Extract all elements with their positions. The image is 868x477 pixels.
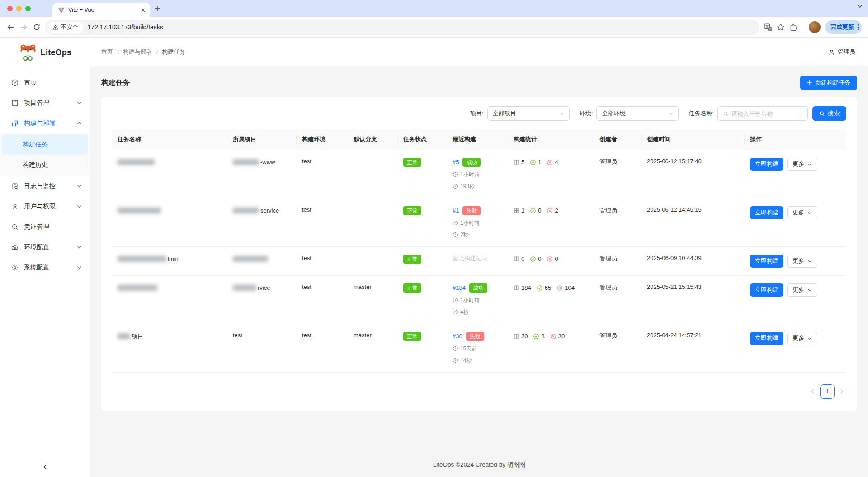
- builds-total-icon: [514, 256, 519, 262]
- build-now-button[interactable]: 立即构建: [750, 255, 783, 268]
- tab-search-chevron-icon[interactable]: [857, 5, 863, 8]
- page-title: 构建任务: [101, 78, 130, 88]
- breadcrumb-build-deploy[interactable]: 构建与部署: [123, 48, 152, 56]
- forward-button[interactable]: [19, 23, 28, 32]
- more-button[interactable]: 更多: [787, 255, 817, 268]
- timer-icon: [453, 184, 458, 189]
- project-name: rvice: [258, 284, 270, 291]
- new-tab-button[interactable]: [155, 5, 161, 12]
- env-select[interactable]: 全部环境: [596, 106, 679, 121]
- build-now-button[interactable]: 立即构建: [750, 332, 783, 345]
- address-bar[interactable]: 不安全 172.17.103.173/build/tasks: [45, 20, 760, 35]
- build-result-badge: 失败: [462, 206, 481, 215]
- builds-fail: 0: [555, 255, 558, 262]
- sidebar-collapse-button[interactable]: [42, 464, 48, 470]
- sidebar-item-credentials[interactable]: 凭证管理: [0, 217, 90, 237]
- env-filter-label: 环境:: [580, 109, 593, 118]
- warning-icon: [52, 24, 58, 30]
- more-button[interactable]: 更多: [787, 332, 817, 345]
- app-logo[interactable]: LiteOps: [0, 38, 90, 66]
- sidebar-item-build-deploy[interactable]: 构建与部署: [0, 113, 90, 133]
- tab-close-icon[interactable]: [141, 8, 146, 13]
- build-number-link[interactable]: #5: [453, 159, 459, 165]
- builds-total-icon: [514, 285, 519, 291]
- close-window-button[interactable]: [7, 6, 13, 11]
- redacted-task-name: [118, 256, 166, 262]
- build-number-link[interactable]: #184: [453, 284, 466, 291]
- new-build-task-button[interactable]: 新建构建任务: [800, 76, 857, 90]
- timer-icon: [453, 309, 458, 315]
- chevron-down-icon: [77, 205, 82, 208]
- created-at: 2025-04-24 14:57:21: [647, 332, 702, 339]
- more-button[interactable]: 更多: [787, 283, 817, 297]
- builds-total: 0: [521, 255, 524, 262]
- clock-icon: [453, 220, 458, 226]
- build-env: test: [302, 283, 311, 290]
- sidebar-item-environments[interactable]: 环境配置: [0, 237, 90, 257]
- table-row: service test 正常 #1 失败 1小时前 2秒: [112, 198, 846, 246]
- log-search-icon: [11, 183, 19, 190]
- build-number-link[interactable]: #1: [453, 207, 459, 214]
- profile-avatar[interactable]: [809, 21, 821, 33]
- search-button[interactable]: 搜索: [812, 106, 846, 121]
- chevron-up-icon: [77, 122, 82, 125]
- more-label: 更多: [793, 286, 804, 294]
- bookmark-star-icon[interactable]: [777, 23, 785, 31]
- redacted-project-name: [233, 285, 256, 291]
- sidebar-item-system-settings[interactable]: 系统配置: [0, 257, 90, 278]
- new-build-task-label: 新建构建任务: [815, 79, 850, 87]
- cloud-icon: [11, 244, 19, 251]
- breadcrumb-home[interactable]: 首页: [101, 48, 113, 56]
- sidebar-item-users-permissions[interactable]: 用户与权限: [0, 196, 90, 217]
- build-time-ago: 1小时前: [460, 219, 480, 227]
- build-number-link[interactable]: #30: [453, 333, 462, 340]
- maximize-window-button[interactable]: [25, 6, 31, 11]
- timer-icon: [453, 232, 458, 237]
- task-name-input[interactable]: [731, 110, 802, 117]
- minimize-window-button[interactable]: [16, 6, 22, 11]
- security-chip[interactable]: 不安全: [47, 22, 83, 33]
- table-row: lmin test 正常 暂无构建记录 0 0 0: [112, 246, 846, 275]
- url-text[interactable]: 172.17.103.173/build/tasks: [88, 24, 163, 31]
- build-stats: 5 1 4: [514, 158, 589, 167]
- build-now-button[interactable]: 立即构建: [750, 206, 783, 219]
- project-select[interactable]: 全部项目: [487, 106, 570, 121]
- kebab-menu-icon[interactable]: [857, 24, 859, 30]
- redacted-task-name: [118, 333, 130, 339]
- more-button[interactable]: 更多: [787, 206, 817, 219]
- status-badge: 正常: [403, 283, 421, 293]
- build-env: test: [302, 332, 311, 339]
- page-number[interactable]: 1: [820, 384, 835, 399]
- extensions-icon[interactable]: [789, 23, 797, 31]
- sidebar-item-projects[interactable]: 项目管理: [0, 93, 90, 113]
- sidebar-item-label: 凭证管理: [24, 223, 49, 231]
- task-name: 项目: [132, 332, 143, 340]
- sidebar-item-label: 构建与部署: [24, 119, 56, 128]
- chevron-down-icon: [77, 101, 82, 104]
- sidebar-menu: 首页 项目管理 构建与部署: [0, 66, 90, 278]
- build-duration: 193秒: [460, 183, 475, 190]
- translate-icon[interactable]: 文 A: [764, 23, 772, 31]
- chrome-update-button[interactable]: 完成更新: [825, 20, 862, 34]
- back-button[interactable]: [6, 23, 15, 32]
- status-badge: 正常: [403, 206, 421, 215]
- table-header-row: 任务名称 所属项目 构建环境 默认分支 任务状态 最近构建 构建统计 创建者 创…: [112, 129, 846, 150]
- build-now-button[interactable]: 立即构建: [750, 283, 783, 297]
- build-duration: 2秒: [460, 231, 469, 239]
- reload-button[interactable]: [33, 23, 41, 31]
- browser-tab[interactable]: Vite + Vue: [52, 3, 150, 17]
- sidebar-item-logs-monitoring[interactable]: 日志与监控: [0, 176, 90, 196]
- prev-page-button[interactable]: [810, 389, 816, 394]
- success-circle-icon: [530, 208, 536, 214]
- sidebar-item-home[interactable]: 首页: [0, 72, 90, 93]
- next-page-button[interactable]: [839, 389, 844, 394]
- dashboard-icon: [11, 79, 19, 86]
- header-user[interactable]: 管理员: [828, 48, 855, 56]
- sidebar-item-build-tasks[interactable]: 构建任务: [2, 134, 88, 155]
- build-now-button[interactable]: 立即构建: [750, 158, 783, 171]
- builds-total: 5: [521, 159, 524, 165]
- more-button[interactable]: 更多: [787, 158, 817, 171]
- sidebar-item-build-history[interactable]: 构建历史: [0, 155, 90, 175]
- build-result-badge: 成功: [469, 283, 487, 293]
- build-duration: 14秒: [460, 357, 472, 364]
